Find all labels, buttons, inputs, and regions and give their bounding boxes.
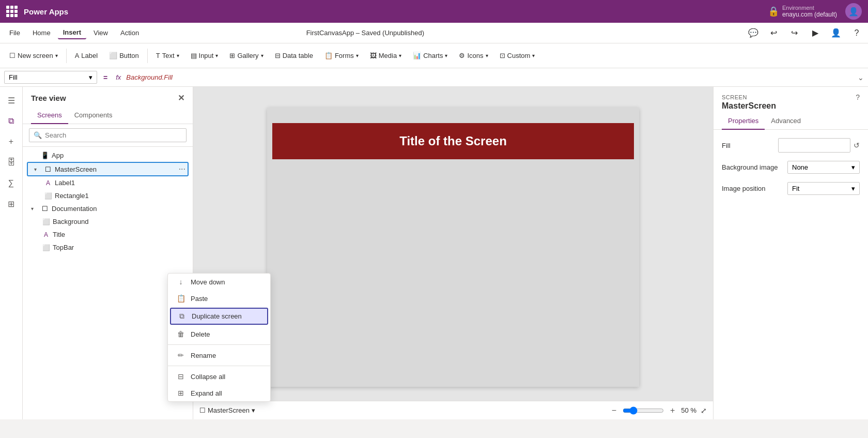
formula-input[interactable] bbox=[126, 73, 855, 81]
duplicate-screen-icon: ⧉ bbox=[177, 312, 187, 321]
tree-item-app[interactable]: 📱 App bbox=[23, 149, 193, 162]
tree-item-rectangle1[interactable]: ⬜ Rectangle1 bbox=[23, 189, 193, 202]
background-image-value[interactable]: None ▾ bbox=[787, 161, 860, 174]
bottom-bar: ☐ MasterScreen ▾ − + 50 % ⤢ bbox=[193, 401, 713, 419]
menu-insert[interactable]: Insert bbox=[58, 26, 86, 39]
tree-panel: Tree view ✕ Screens Components 🔍 📱 App ▾… bbox=[23, 87, 193, 419]
sidebar-variables-icon[interactable]: ∑ bbox=[2, 174, 21, 192]
button-button[interactable]: ⬜ Button bbox=[104, 49, 144, 63]
image-position-property-row: Image position Fit ▾ bbox=[722, 182, 860, 195]
tree-item-documentation[interactable]: ▾ ☐ Documentation bbox=[23, 202, 193, 215]
background-image-property-row: Background image None ▾ bbox=[722, 161, 860, 174]
tab-properties[interactable]: Properties bbox=[722, 113, 765, 130]
sidebar-components-icon[interactable]: ⊞ bbox=[2, 194, 21, 213]
ctx-delete[interactable]: 🗑 Delete bbox=[168, 326, 270, 342]
environment-info[interactable]: 🔒 Environment enayu.com (default) bbox=[768, 5, 837, 18]
sidebar-layers-icon[interactable]: ⧉ bbox=[2, 112, 21, 130]
screen-name-tag[interactable]: ☐ MasterScreen ▾ bbox=[199, 406, 255, 414]
screen-title-text: Title of the Screen bbox=[399, 134, 507, 148]
move-down-icon: ↓ bbox=[176, 278, 185, 286]
ctx-duplicate-screen[interactable]: ⧉ Duplicate screen bbox=[170, 308, 268, 325]
menu-view[interactable]: View bbox=[88, 27, 113, 39]
tree-search: 🔍 bbox=[23, 124, 193, 147]
ctx-collapse-all[interactable]: ⊟ Collapse all bbox=[168, 368, 270, 385]
screen-checkbox-icon: ☐ bbox=[199, 406, 206, 414]
fill-property-row: Fill ↺ bbox=[722, 138, 860, 153]
ctx-expand-label: Expand all bbox=[191, 389, 222, 397]
title-bar: Power Apps 🔒 Environment enayu.com (defa… bbox=[0, 0, 868, 23]
redo-icon[interactable]: ↪ bbox=[787, 26, 802, 40]
help-icon[interactable]: ? bbox=[849, 26, 864, 40]
delete-icon: 🗑 bbox=[176, 330, 185, 338]
environment-name: enayu.com (default) bbox=[782, 11, 837, 18]
ctx-expand-all[interactable]: ⊞ Expand all bbox=[168, 385, 270, 401]
tab-components[interactable]: Components bbox=[68, 107, 119, 124]
waffle-icon[interactable] bbox=[6, 6, 18, 17]
screen-canvas[interactable]: Title of the Screen bbox=[267, 108, 639, 387]
panel-screen-name: MasterScreen bbox=[722, 101, 860, 111]
tree-item-title[interactable]: A Title bbox=[23, 228, 193, 241]
comments-icon[interactable]: 💬 bbox=[746, 26, 761, 40]
label1-label: Label1 bbox=[55, 179, 187, 187]
text-button[interactable]: T Text ▾ bbox=[151, 49, 184, 63]
sidebar-menu-icon[interactable]: ☰ bbox=[2, 91, 21, 110]
icons-button[interactable]: ⚙ Icons ▾ bbox=[454, 49, 493, 63]
zoom-out-button[interactable]: − bbox=[610, 405, 618, 416]
tree-item-background[interactable]: ⬜ Background bbox=[23, 215, 193, 228]
tree-item-topbar[interactable]: ⬜ TopBar bbox=[23, 241, 193, 254]
tab-screens[interactable]: Screens bbox=[31, 107, 68, 124]
media-button[interactable]: 🖼 Media ▾ bbox=[365, 49, 407, 63]
tree-close-icon[interactable]: ✕ bbox=[178, 93, 184, 103]
property-dropdown-chevron: ▾ bbox=[89, 73, 92, 81]
custom-chevron: ▾ bbox=[532, 53, 535, 58]
fill-reset-icon[interactable]: ↺ bbox=[854, 141, 860, 149]
ctx-rename[interactable]: ✏ Rename bbox=[168, 347, 270, 364]
zoom-slider[interactable] bbox=[623, 406, 664, 415]
charts-icon: 📊 bbox=[413, 52, 421, 59]
search-input[interactable] bbox=[45, 131, 182, 139]
play-icon[interactable]: ▶ bbox=[808, 26, 823, 40]
new-screen-button[interactable]: ☐ New screen ▾ bbox=[4, 49, 63, 63]
tree-item-masterscreen[interactable]: ▾ ☐ MasterScreen ··· bbox=[27, 162, 189, 176]
menu-file[interactable]: File bbox=[4, 27, 25, 39]
user-avatar[interactable]: 👤 bbox=[845, 3, 862, 20]
charts-chevron: ▾ bbox=[445, 53, 447, 58]
sidebar-data-icon[interactable]: 🗄 bbox=[2, 153, 21, 172]
background-image-label: Background image bbox=[722, 163, 778, 171]
fill-value[interactable] bbox=[778, 138, 850, 153]
property-dropdown[interactable]: Fill ▾ bbox=[4, 71, 97, 84]
ctx-move-down[interactable]: ↓ Move down bbox=[168, 274, 270, 290]
panel-help-icon[interactable]: ? bbox=[856, 93, 860, 101]
sidebar-add-icon[interactable]: + bbox=[2, 132, 21, 151]
image-position-value[interactable]: Fit ▾ bbox=[787, 182, 860, 195]
image-position-label: Image position bbox=[722, 185, 766, 192]
menu-action[interactable]: Action bbox=[115, 27, 144, 39]
zoom-in-button[interactable]: + bbox=[668, 405, 677, 416]
data-table-button[interactable]: ⊟ Data table bbox=[270, 49, 318, 63]
topbar-icon: ⬜ bbox=[41, 244, 51, 251]
account-icon[interactable]: 👤 bbox=[829, 26, 843, 40]
gallery-button[interactable]: ⊞ Gallery ▾ bbox=[224, 49, 268, 63]
undo-icon[interactable]: ↩ bbox=[767, 26, 781, 40]
custom-button[interactable]: ⊡ Custom ▾ bbox=[494, 49, 540, 63]
formula-expand-icon[interactable]: ⌄ bbox=[858, 73, 864, 82]
ctx-collapse-label: Collapse all bbox=[191, 373, 225, 381]
screen-title-bar: Title of the Screen bbox=[272, 123, 634, 159]
ctx-paste[interactable]: 📋 Paste bbox=[168, 290, 270, 307]
zoom-controls: − + 50 % ⤢ bbox=[610, 405, 707, 416]
forms-button[interactable]: 📋 Forms ▾ bbox=[319, 49, 364, 63]
icons-icon: ⚙ bbox=[459, 52, 465, 59]
menu-home[interactable]: Home bbox=[27, 27, 56, 39]
fit-screen-icon[interactable]: ⤢ bbox=[701, 406, 707, 415]
charts-button[interactable]: 📊 Charts ▾ bbox=[408, 49, 453, 63]
label-button[interactable]: A Label bbox=[70, 49, 103, 63]
tab-advanced[interactable]: Advanced bbox=[765, 113, 807, 130]
fill-label: Fill bbox=[722, 142, 731, 149]
masterscreen-options-icon[interactable]: ··· bbox=[179, 164, 185, 174]
input-button[interactable]: ▤ Input ▾ bbox=[185, 49, 224, 63]
rectangle1-icon: ⬜ bbox=[43, 192, 53, 200]
forms-icon: 📋 bbox=[324, 52, 333, 59]
expand-all-icon: ⊞ bbox=[176, 389, 185, 397]
app-logo: Power Apps bbox=[24, 7, 68, 16]
tree-item-label1[interactable]: A Label1 bbox=[23, 176, 193, 189]
